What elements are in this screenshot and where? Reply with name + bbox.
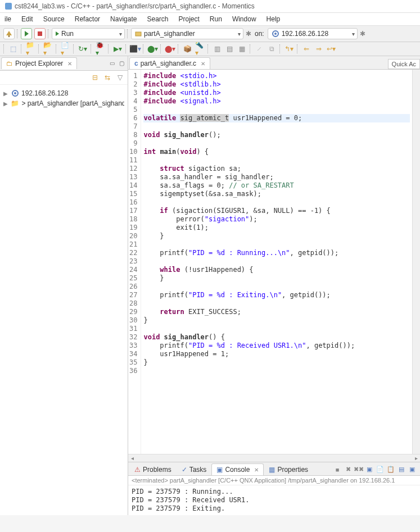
new-folder-icon[interactable]: 📂▾	[43, 44, 52, 53]
minimize-icon[interactable]: ▭	[108, 60, 116, 67]
build-button[interactable]	[3, 28, 15, 39]
tab-label: Properties	[277, 466, 308, 474]
project-icon: 📁	[11, 99, 19, 107]
console-select-icon[interactable]: ▣	[365, 465, 374, 474]
separator	[178, 44, 179, 53]
target-ip: 192.168.26.128	[282, 30, 328, 38]
separator	[17, 29, 19, 38]
scroll-left-icon[interactable]: ◂	[128, 454, 136, 462]
separator	[143, 44, 144, 53]
separator	[297, 44, 299, 53]
display-icon[interactable]: ▤	[397, 465, 406, 474]
play-icon	[56, 31, 59, 36]
menu-edit[interactable]: Edit	[20, 14, 34, 24]
svg-point-6	[14, 92, 16, 94]
project-explorer-tab[interactable]: 🗀 Project Explorer ✕	[1, 57, 77, 69]
coverage-icon[interactable]: ⬤▾	[148, 44, 157, 53]
forward-icon[interactable]: ⇒	[314, 44, 323, 53]
project-explorer-title: Project Explorer	[15, 60, 63, 67]
menu-search[interactable]: Search	[146, 14, 169, 24]
separator	[38, 44, 40, 53]
view-menu-icon[interactable]: ▽	[115, 73, 124, 82]
menu-project[interactable]: Project	[178, 14, 201, 24]
search-icon[interactable]: 🔦▾	[195, 44, 204, 53]
menu-navigate[interactable]: Navigate	[109, 14, 138, 24]
history-icon[interactable]: ↩▾	[327, 44, 336, 53]
lock-icon[interactable]: 📄	[376, 465, 385, 474]
toggle3-icon[interactable]: ▦	[237, 44, 246, 53]
profile-icon[interactable]: ⬛▾	[130, 44, 139, 53]
menu-window[interactable]: Window	[231, 14, 258, 24]
separator	[279, 44, 281, 53]
settings-icon[interactable]: ✱	[246, 30, 251, 38]
properties-icon: ▦	[269, 466, 275, 474]
tab-console[interactable]: ▣ Console ✕	[211, 463, 264, 475]
link-editor-icon[interactable]: ⇆	[103, 73, 112, 82]
tab-close-icon[interactable]: ✕	[252, 467, 259, 473]
code-content[interactable]: #include <stdio.h>#include <stdlib.h>#in…	[141, 70, 412, 454]
back-icon[interactable]: ⇐	[302, 44, 311, 53]
separator	[56, 44, 57, 53]
external-icon[interactable]: ⬤▾	[165, 44, 174, 53]
run-mode-label: Run	[61, 30, 74, 38]
menu-help[interactable]: Help	[265, 14, 282, 24]
on-label: on:	[254, 30, 265, 38]
bottom-panel: ⚠ Problems ✓ Tasks ▣ Console ✕ ▦ Propert…	[128, 462, 420, 515]
horizontal-scrollbar[interactable]: ◂ ▸	[128, 454, 420, 462]
filter-icon[interactable]: ⟋	[255, 44, 264, 53]
tab-problems[interactable]: ⚠ Problems	[129, 463, 177, 475]
tree-item-project[interactable]: ▶ 📁 > partA_sighandler [partA_sighandle	[2, 98, 125, 108]
nav-icon[interactable]: ↰▾	[284, 44, 293, 53]
tab-close-icon[interactable]: ✕	[65, 61, 72, 67]
toggle2-icon[interactable]: ▤	[225, 44, 234, 53]
target-combo[interactable]: 192.168.26.128	[268, 28, 358, 39]
separator	[3, 44, 5, 53]
separator	[48, 29, 49, 38]
open-icon[interactable]: 📄▾	[61, 44, 70, 53]
editor-tab[interactable]: c partA_sighandler.c ✕	[129, 57, 210, 69]
tab-close-icon[interactable]: ✕	[198, 61, 205, 67]
menu-refactor[interactable]: Refactor	[74, 14, 101, 24]
vertical-scrollbar[interactable]	[412, 70, 420, 454]
run-config-icon[interactable]: ▶▾	[113, 44, 122, 53]
app-icon	[4, 2, 12, 10]
tab-label: Tasks	[189, 466, 207, 474]
zoom-icon[interactable]: ⬚	[8, 44, 17, 53]
toggle-icon[interactable]: ▥	[213, 44, 222, 53]
collapse-all-icon[interactable]: ⊟	[91, 73, 100, 82]
open-console-icon[interactable]: ▣	[408, 465, 417, 474]
run-mode-combo[interactable]: Run	[52, 28, 125, 39]
editor-area: c partA_sighandler.c ✕ ▭ ▢ 1234567891011…	[128, 56, 420, 515]
launch-icon[interactable]: 📦	[183, 44, 192, 53]
tab-label: Problems	[143, 466, 171, 474]
run-button[interactable]	[21, 28, 32, 39]
menu-source[interactable]: Source	[42, 14, 66, 24]
active-project-combo[interactable]: partA_sighandler	[131, 28, 243, 39]
settings-icon[interactable]: ✱	[360, 30, 365, 38]
pin-icon[interactable]: 📋	[386, 465, 395, 474]
editor-body[interactable]: 1234567891011121314151617181920212223242…	[128, 70, 420, 454]
tree-item-label: 192.168.26.128	[21, 89, 68, 97]
tab-tasks[interactable]: ✓ Tasks	[177, 463, 212, 475]
project-explorer-view: 🗀 Project Explorer ✕ ▭ ▢ ⊟ ⇆ ▽ ▶ 192.168…	[0, 56, 128, 515]
tree-item-target[interactable]: ▶ 192.168.26.128	[2, 88, 125, 98]
maximize-icon[interactable]: ▢	[118, 60, 125, 67]
stop-button[interactable]	[34, 28, 46, 39]
terminate-icon[interactable]: ■	[333, 465, 342, 474]
scroll-right-icon[interactable]: ▸	[412, 454, 420, 462]
menu-run[interactable]: Run	[209, 14, 223, 24]
bottom-tab-bar: ⚠ Problems ✓ Tasks ▣ Console ✕ ▦ Propert…	[128, 462, 420, 476]
refresh-icon[interactable]: ↻▾	[78, 44, 87, 53]
menu-file[interactable]: ile	[3, 14, 12, 24]
remove-icon[interactable]: ✖	[344, 465, 353, 474]
console-output[interactable]: PID = 237579 : Running... PID = 237579 :…	[128, 485, 420, 515]
quick-access[interactable]: Quick Ac	[388, 59, 420, 69]
tab-properties[interactable]: ▦ Properties	[264, 463, 313, 475]
main-toolbar: Run partA_sighandler ✱ on: 192.168.26.12…	[0, 26, 420, 42]
folder-icon: 🗀	[6, 60, 13, 67]
secondary-toolbar: ⬚ 📁▾ 📂▾ 📄▾ ↻▾ 🐞▾ ▶▾ ⬛▾ ⬤▾ ⬤▾ 📦 🔦▾ ▥ ▤ ▦ …	[0, 42, 420, 56]
debug-icon[interactable]: 🐞▾	[96, 44, 105, 53]
new-connection-icon[interactable]: 📁▾	[26, 44, 35, 53]
filter2-icon[interactable]: ⧉	[267, 44, 276, 53]
remove-all-icon[interactable]: ✖✖	[354, 465, 363, 474]
